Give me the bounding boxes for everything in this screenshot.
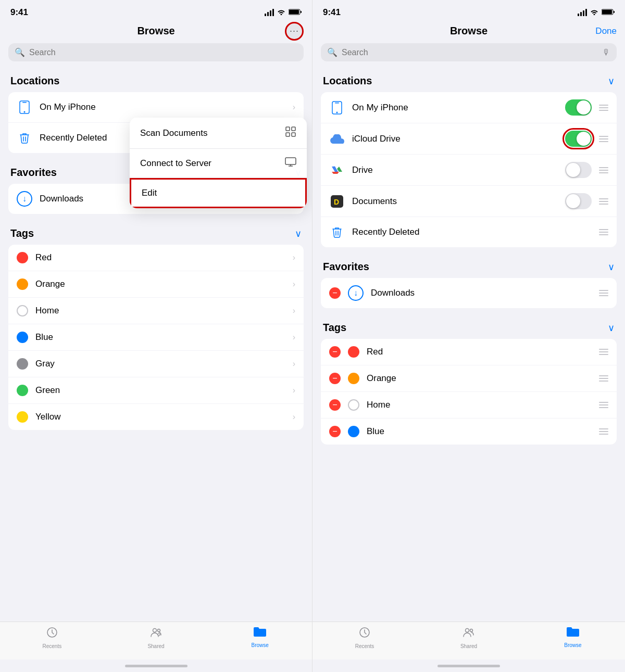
dropdown-menu: Scan Documents Connect to Server — [130, 118, 307, 208]
folder-icon-right — [566, 626, 580, 641]
tag-home-left[interactable]: Home › — [8, 298, 304, 324]
scan-documents-item[interactable]: Scan Documents — [130, 118, 307, 149]
page-header-left: Browse ··· — [0, 22, 312, 39]
chevron-gray: › — [293, 359, 295, 369]
page-title-right: Browse — [450, 25, 488, 37]
tag-red-right[interactable]: − Red — [321, 339, 617, 365]
svg-rect-1 — [289, 10, 299, 14]
green-dot-left — [17, 385, 28, 396]
svg-rect-2 — [301, 11, 302, 13]
status-bar-left: 9:41 — [0, 0, 312, 22]
google-drive-icon-right — [329, 162, 345, 178]
drive-toggle[interactable] — [565, 162, 592, 178]
red-label-right: Red — [367, 347, 592, 357]
on-my-iphone-item-right[interactable]: On My iPhone — [321, 92, 617, 123]
toggle-knob-4 — [566, 194, 580, 208]
icloud-icon-right — [329, 131, 345, 147]
remove-red-button[interactable]: − — [329, 346, 341, 358]
tags-section-header-left: Tags ∨ — [8, 218, 304, 245]
on-my-iphone-toggle[interactable] — [565, 99, 592, 116]
tab-browse-left[interactable]: Browse — [208, 626, 312, 649]
search-icon-right: 🔍 — [327, 47, 338, 57]
favorites-title-right: Favorites — [323, 261, 369, 273]
svg-rect-5 — [286, 133, 290, 136]
status-icons-right — [578, 8, 615, 17]
search-input-right[interactable] — [342, 48, 598, 57]
tab-browse-right[interactable]: Browse — [521, 626, 625, 649]
documents-item-right[interactable]: D Documents — [321, 186, 617, 217]
remove-orange-button[interactable]: − — [329, 373, 341, 384]
locations-chevron-right[interactable]: ∨ — [608, 75, 615, 87]
tab-recents-right[interactable]: Recents — [312, 626, 417, 649]
svg-rect-6 — [292, 133, 295, 136]
search-icon-left: 🔍 — [15, 47, 25, 57]
tag-orange-left[interactable]: Orange › — [8, 271, 304, 298]
drag-handle-3 — [599, 167, 608, 173]
connect-to-server-item[interactable]: Connect to Server — [130, 149, 307, 178]
locations-list-right: On My iPhone iCloud Drive — [321, 92, 617, 247]
microphone-icon: 🎙 — [602, 48, 610, 57]
tag-gray-left[interactable]: Gray › — [8, 351, 304, 377]
remove-blue-button[interactable]: − — [329, 426, 341, 437]
drag-handle-downloads — [599, 290, 608, 296]
tag-blue-right[interactable]: − Blue — [321, 419, 617, 445]
page-title-left: Browse — [137, 25, 174, 37]
drag-handle-orange — [599, 375, 608, 382]
tags-chevron-right[interactable]: ∨ — [608, 322, 615, 334]
search-bar-left[interactable]: 🔍 — [8, 43, 304, 61]
connect-to-server-label: Connect to Server — [140, 158, 211, 169]
svg-rect-11 — [22, 102, 27, 103]
svg-rect-4 — [292, 127, 295, 131]
tab-shared-right[interactable]: Shared — [417, 626, 521, 649]
tag-home-right[interactable]: − Home — [321, 392, 617, 419]
tag-orange-right[interactable]: − Orange — [321, 365, 617, 392]
remove-home-button[interactable]: − — [329, 399, 341, 411]
documents-toggle[interactable] — [565, 193, 592, 209]
downloads-item-right[interactable]: − ↓ Downloads — [321, 278, 617, 308]
home-dot-left — [17, 305, 28, 316]
favorites-chevron-right[interactable]: ∨ — [608, 261, 615, 273]
green-label-left: Green — [35, 385, 285, 396]
scan-icon — [285, 126, 296, 140]
download-icon-left: ↓ — [17, 191, 32, 207]
tag-red-left[interactable]: Red › — [8, 245, 304, 271]
recents-label-left: Recents — [42, 643, 61, 649]
tab-shared-left[interactable]: + Shared — [104, 626, 208, 649]
tab-bar-right: Recents Shared Browse — [312, 622, 625, 660]
folder-icon-left — [253, 626, 267, 641]
drive-item-right[interactable]: Drive — [321, 155, 617, 186]
home-label-left: Home — [35, 306, 285, 316]
blue-label-left: Blue — [35, 332, 285, 343]
tags-list-right: − Red − Orange − Home — [321, 339, 617, 445]
remove-downloads-button[interactable]: − — [329, 287, 341, 299]
tab-recents-left[interactable]: Recents — [0, 626, 104, 649]
tags-section-header-right: Tags ∨ — [321, 312, 617, 339]
edit-item[interactable]: Edit — [130, 178, 307, 208]
chevron-blue: › — [293, 333, 295, 342]
toggle-knob-1 — [577, 100, 591, 115]
shared-label-left: Shared — [147, 643, 164, 649]
yellow-dot-left — [17, 411, 28, 423]
icloud-drive-toggle[interactable] — [565, 131, 592, 147]
phone-icon-right — [329, 100, 345, 116]
drag-handle-5 — [599, 229, 608, 235]
search-bar-right[interactable]: 🔍 🎙 — [321, 43, 617, 61]
orange-label-right: Orange — [367, 373, 592, 384]
svg-point-28 — [470, 629, 473, 632]
time-left: 9:41 — [10, 7, 28, 18]
svg-point-14 — [153, 629, 156, 632]
tag-green-left[interactable]: Green › — [8, 377, 304, 404]
tags-chevron-left[interactable]: ∨ — [295, 228, 302, 239]
tag-blue-left[interactable]: Blue › — [8, 324, 304, 351]
recently-deleted-item-right[interactable]: Recently Deleted — [321, 217, 617, 247]
home-indicator-left — [0, 660, 312, 672]
locations-title-right: Locations — [323, 75, 372, 87]
more-button[interactable]: ··· — [285, 22, 304, 41]
on-my-iphone-label-right: On My iPhone — [352, 103, 558, 113]
orange-dot-right — [348, 373, 359, 384]
more-icon: ··· — [290, 26, 299, 36]
done-button[interactable]: Done — [595, 26, 617, 36]
icloud-drive-item-right[interactable]: iCloud Drive — [321, 123, 617, 155]
search-input-left[interactable] — [29, 48, 297, 57]
tag-yellow-left[interactable]: Yellow › — [8, 404, 304, 430]
